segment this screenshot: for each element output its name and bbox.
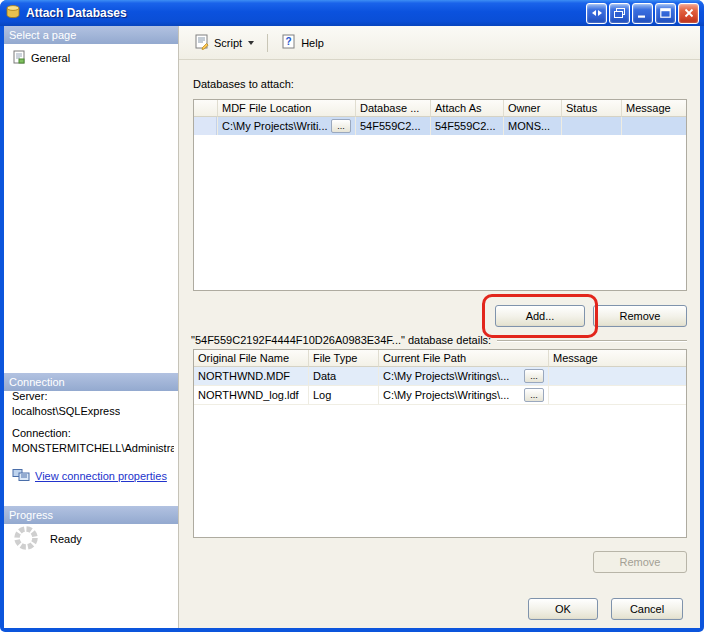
- help-button[interactable]: ? Help: [274, 30, 331, 56]
- col-database[interactable]: Database ...: [356, 100, 431, 117]
- col-selector[interactable]: [194, 100, 218, 117]
- main-panel: Script ? Help Databases to attach:: [179, 26, 700, 628]
- original-file-name-cell[interactable]: NORTHWND.MDF: [194, 367, 309, 386]
- view-connection-properties[interactable]: View connection properties: [12, 468, 167, 484]
- message-cell[interactable]: [622, 117, 686, 135]
- help-label: Help: [301, 37, 324, 49]
- details-remove-button[interactable]: Remove: [593, 551, 687, 573]
- connection-label: Connection:: [12, 427, 71, 439]
- attach-databases-window: Attach Databases Select a page: [0, 0, 704, 632]
- col-status[interactable]: Status: [562, 100, 622, 117]
- details-message-cell[interactable]: [549, 367, 686, 386]
- sidebar: Select a page General Connection Server:…: [4, 26, 179, 628]
- mdf-file-location-value: C:\My Projects\Writi...: [222, 120, 328, 132]
- progress-header: Progress: [4, 506, 178, 524]
- details-table-header: Original File Name File Type Current Fil…: [194, 350, 686, 367]
- original-file-name-cell[interactable]: NORTHWND_log.ldf: [194, 386, 309, 405]
- ready-label: Ready: [50, 533, 82, 545]
- file-type-cell[interactable]: Log: [309, 386, 379, 405]
- col-attach-as[interactable]: Attach As: [431, 100, 504, 117]
- current-file-path-cell[interactable]: C:\My Projects\Writings\... ...: [379, 386, 549, 405]
- row-selector-cell[interactable]: [194, 117, 218, 135]
- row-selector-marker: [194, 117, 217, 135]
- pin-button[interactable]: [609, 3, 630, 24]
- maximize-button[interactable]: [655, 3, 676, 24]
- cancel-button[interactable]: Cancel: [611, 598, 683, 620]
- col-mdf-file-location[interactable]: MDF File Location: [218, 100, 356, 117]
- col-current-file-path[interactable]: Current File Path: [379, 350, 549, 367]
- script-button[interactable]: Script: [187, 30, 261, 56]
- attach-as-cell[interactable]: 54F559C2...: [431, 117, 504, 135]
- current-file-path-value: C:\My Projects\Writings\...: [383, 370, 509, 382]
- database-cell[interactable]: 54F559C2...: [356, 117, 431, 135]
- owner-cell[interactable]: MONS...: [504, 117, 562, 135]
- databases-to-attach-label: Databases to attach:: [193, 78, 294, 90]
- database-icon: [5, 4, 21, 22]
- mdf-file-location-cell[interactable]: C:\My Projects\Writi... ...: [218, 117, 356, 135]
- col-original-file-name[interactable]: Original File Name: [194, 350, 309, 367]
- view-connection-properties-link[interactable]: View connection properties: [35, 470, 167, 482]
- dialog-body: Select a page General Connection Server:…: [4, 26, 700, 628]
- select-a-page-header: Select a page: [4, 26, 178, 44]
- window-controls: [586, 3, 699, 24]
- database-details-section: "54F559C2192F4444F10D26A0983E34F..." dat…: [191, 334, 687, 346]
- close-button[interactable]: [678, 3, 699, 24]
- remove-button[interactable]: Remove: [593, 305, 687, 327]
- add-button[interactable]: Add...: [495, 305, 585, 327]
- general-page-icon: [12, 50, 26, 66]
- ready-spinner-icon: [12, 524, 40, 554]
- col-file-type[interactable]: File Type: [309, 350, 379, 367]
- connection-properties-icon: [12, 468, 30, 484]
- general-label: General: [31, 52, 70, 64]
- svg-text:?: ?: [286, 36, 292, 47]
- minimize-button[interactable]: [632, 3, 653, 24]
- connection-header: Connection: [4, 373, 178, 391]
- script-icon: [194, 34, 210, 52]
- window-title: Attach Databases: [26, 6, 586, 20]
- col-details-message[interactable]: Message: [549, 350, 686, 367]
- current-file-path-value: C:\My Projects\Writings\...: [383, 389, 509, 401]
- ok-button[interactable]: OK: [528, 598, 598, 620]
- database-details-label: "54F559C2192F4444F10D26A0983E34F..." dat…: [191, 334, 491, 346]
- details-table-row[interactable]: NORTHWND_log.ldf Log C:\My Projects\Writ…: [194, 386, 686, 405]
- status-cell[interactable]: [562, 117, 622, 135]
- server-label: Server:: [12, 390, 47, 402]
- toolbar-separator: [267, 34, 268, 52]
- database-details-table: Original File Name File Type Current Fil…: [193, 349, 687, 538]
- arrows-button[interactable]: [586, 3, 607, 24]
- current-file-path-cell[interactable]: C:\My Projects\Writings\... ...: [379, 367, 549, 386]
- titlebar[interactable]: Attach Databases: [0, 0, 704, 26]
- connection-value: MONSTERMITCHELL\Administra: [12, 442, 174, 454]
- attach-databases-table: MDF File Location Database ... Attach As…: [193, 99, 687, 291]
- browse-mdf-button[interactable]: ...: [331, 119, 351, 133]
- file-type-cell[interactable]: Data: [309, 367, 379, 386]
- col-owner[interactable]: Owner: [504, 100, 562, 117]
- toolbar: Script ? Help: [179, 26, 700, 60]
- group-divider: [497, 340, 687, 342]
- chevron-down-icon: [248, 41, 254, 45]
- attach-table-header: MDF File Location Database ... Attach As…: [194, 100, 686, 117]
- progress-status: Ready: [12, 524, 82, 554]
- details-table-row[interactable]: NORTHWND.MDF Data C:\My Projects\Writing…: [194, 367, 686, 386]
- sidebar-item-general[interactable]: General: [8, 49, 74, 67]
- details-message-cell[interactable]: [549, 386, 686, 405]
- browse-data-path-button[interactable]: ...: [524, 369, 544, 383]
- server-value: localhost\SQLExpress: [12, 405, 120, 417]
- script-label: Script: [214, 37, 242, 49]
- col-message[interactable]: Message: [622, 100, 686, 117]
- attach-table-row[interactable]: C:\My Projects\Writi... ... 54F559C2... …: [194, 117, 686, 135]
- browse-log-path-button[interactable]: ...: [524, 388, 544, 402]
- help-icon: ?: [281, 34, 297, 52]
